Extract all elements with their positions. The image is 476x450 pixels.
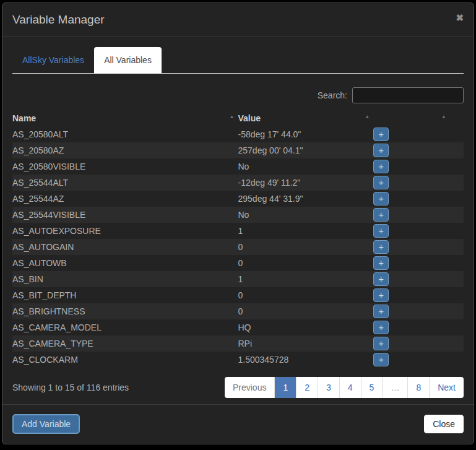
variable-action-cell: +	[373, 223, 464, 239]
sort-asc-icon: ▲	[230, 114, 235, 119]
table-row: AS_20580VISIBLENo+	[12, 158, 464, 175]
variable-value-cell: No	[238, 207, 374, 223]
add-to-expression-button[interactable]: +	[373, 272, 389, 286]
search-row: Search:	[12, 87, 464, 103]
variable-value-cell: RPi	[238, 335, 374, 352]
table-row: AS_AUTOWB0+	[12, 255, 464, 271]
table-footer: Showing 1 to 15 of 116 entries Previous1…	[12, 377, 464, 398]
variable-name-cell: AS_AUTOWB	[12, 255, 238, 271]
variable-action-cell: +	[373, 175, 464, 191]
table-row: AS_AUTOGAIN0+	[12, 239, 464, 255]
add-to-expression-button[interactable]: +	[373, 337, 389, 350]
variables-table: Name ▲ Value ▲ ▲ AS_20580ALT-58deg 17' 4…	[12, 110, 464, 368]
variable-value-cell: 0	[238, 287, 374, 303]
tab-bar: AllSky Variables All Variables	[12, 47, 464, 74]
add-to-expression-button[interactable]: +	[373, 224, 389, 238]
variable-value-cell: 295deg 44' 31.9"	[238, 191, 374, 207]
variable-value-cell: 0	[238, 303, 374, 319]
search-input[interactable]	[352, 87, 464, 103]
search-label: Search:	[318, 90, 347, 100]
tab-all-variables[interactable]: All Variables	[94, 47, 162, 74]
entries-summary: Showing 1 to 15 of 116 entries	[12, 383, 129, 392]
variable-name-cell: AS_BRIGHTNESS	[12, 303, 238, 319]
variable-name-cell: AS_25544ALT	[12, 175, 238, 191]
pagination-page-1[interactable]: 1	[274, 377, 296, 398]
pagination-page-4[interactable]: 4	[339, 377, 361, 398]
variable-name-cell: AS_CLOCKARM	[12, 352, 238, 368]
column-header-name-label: Name	[12, 113, 36, 123]
sort-asc-icon: ▲	[365, 114, 370, 119]
variable-action-cell: +	[373, 319, 464, 335]
variable-name-cell: AS_20580ALT	[12, 126, 238, 142]
pagination-ellipsis: …	[382, 377, 407, 398]
add-to-expression-button[interactable]: +	[373, 144, 389, 157]
close-icon[interactable]: ✖	[456, 12, 464, 24]
variable-action-cell: +	[373, 335, 464, 352]
add-to-expression-button[interactable]: +	[373, 305, 389, 318]
variable-name-cell: AS_BIT_DEPTH	[12, 287, 238, 303]
add-to-expression-button[interactable]: +	[373, 208, 389, 222]
table-row: AS_20580AZ257deg 00' 04.1"+	[12, 142, 464, 158]
variable-name-cell: AS_20580AZ	[12, 142, 238, 158]
add-to-expression-button[interactable]: +	[373, 128, 389, 141]
table-row: AS_25544VISIBLENo+	[12, 207, 464, 223]
variable-value-cell: 1.500345728	[238, 352, 374, 368]
add-to-expression-button[interactable]: +	[373, 240, 389, 254]
column-header-value[interactable]: Value ▲	[238, 110, 374, 126]
variable-value-cell: 0	[238, 255, 374, 271]
variable-name-cell: AS_25544VISIBLE	[12, 207, 238, 223]
sort-asc-icon: ▲	[441, 114, 446, 119]
column-header-name[interactable]: Name ▲	[12, 110, 238, 126]
dialog-title: Variable Manager	[12, 12, 105, 27]
variable-value-cell: HQ	[238, 319, 374, 335]
column-header-action[interactable]: ▲	[373, 110, 464, 126]
table-row: AS_BIT_DEPTH0+	[12, 287, 464, 303]
add-variable-button[interactable]: Add Variable	[12, 414, 80, 434]
add-to-expression-button[interactable]: +	[373, 176, 389, 189]
variable-action-cell: +	[373, 158, 464, 175]
variable-manager-dialog: Variable Manager ✖ AllSky Variables All …	[2, 2, 474, 444]
column-header-value-label: Value	[238, 113, 261, 123]
variable-action-cell: +	[373, 239, 464, 255]
variable-action-cell: +	[373, 271, 464, 287]
variables-table-body: AS_20580ALT-58deg 17' 44.0"+AS_20580AZ25…	[12, 126, 464, 368]
pagination-page-8[interactable]: 8	[407, 377, 429, 398]
add-to-expression-button[interactable]: +	[373, 353, 389, 366]
table-header-row: Name ▲ Value ▲ ▲	[12, 110, 464, 126]
table-row: AS_20580ALT-58deg 17' 44.0"+	[12, 126, 464, 142]
variable-value-cell: No	[238, 158, 374, 175]
variable-action-cell: +	[373, 287, 464, 303]
pagination-page-5[interactable]: 5	[361, 377, 383, 398]
variable-action-cell: +	[373, 255, 464, 271]
pagination-page-2[interactable]: 2	[296, 377, 318, 398]
variable-name-cell: AS_25544AZ	[12, 191, 238, 207]
variable-value-cell: -12deg 49' 11.2"	[238, 175, 374, 191]
add-to-expression-button[interactable]: +	[373, 288, 389, 302]
table-row: AS_25544ALT-12deg 49' 11.2"+	[12, 175, 464, 191]
add-to-expression-button[interactable]: +	[373, 256, 389, 270]
variable-action-cell: +	[373, 303, 464, 319]
dialog-body: AllSky Variables All Variables Search: N…	[2, 37, 474, 404]
variable-name-cell: AS_BIN	[12, 271, 238, 287]
pagination-previous[interactable]: Previous	[225, 377, 274, 398]
table-row: AS_AUTOEXPOSURE1+	[12, 223, 464, 239]
variable-value-cell: 1	[238, 223, 374, 239]
variable-action-cell: +	[373, 142, 464, 158]
variable-action-cell: +	[373, 126, 464, 142]
pagination-next[interactable]: Next	[429, 377, 464, 398]
tab-allsky-variables[interactable]: AllSky Variables	[12, 47, 94, 73]
add-to-expression-button[interactable]: +	[373, 321, 389, 334]
variable-value-cell: -58deg 17' 44.0"	[238, 126, 374, 142]
pagination: Previous12345…8Next	[225, 377, 464, 398]
add-to-expression-button[interactable]: +	[373, 160, 389, 173]
pagination-page-3[interactable]: 3	[318, 377, 339, 398]
table-row: AS_25544AZ295deg 44' 31.9"+	[12, 191, 464, 207]
variable-name-cell: AS_AUTOEXPOSURE	[12, 223, 238, 239]
add-to-expression-button[interactable]: +	[373, 192, 389, 206]
close-button[interactable]: Close	[424, 415, 464, 433]
variable-value-cell: 257deg 00' 04.1"	[238, 142, 374, 158]
variable-action-cell: +	[373, 207, 464, 223]
variable-action-cell: +	[373, 352, 464, 368]
variable-value-cell: 0	[238, 239, 374, 255]
variable-name-cell: AS_AUTOGAIN	[12, 239, 238, 255]
